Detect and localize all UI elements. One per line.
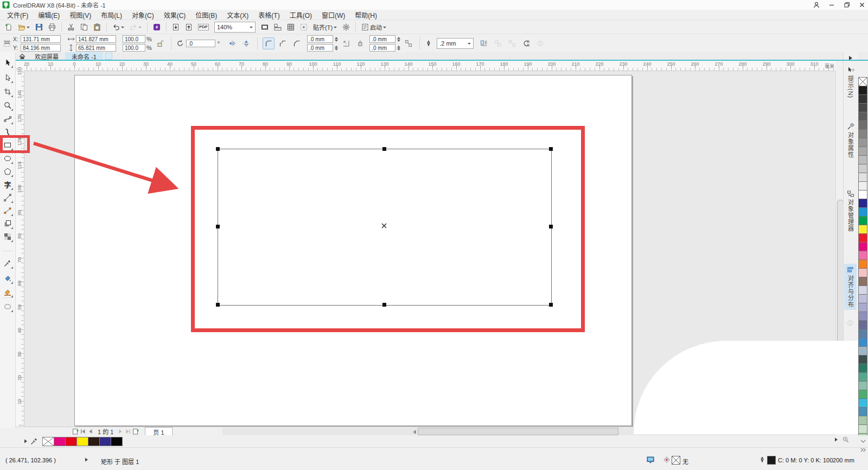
show-rulers-button[interactable] <box>272 21 284 33</box>
open-document-button[interactable] <box>16 21 32 33</box>
toolbox-ellipse-tool[interactable] <box>2 153 14 164</box>
relative-corner-button[interactable] <box>340 37 352 49</box>
docpalette-color-swatch[interactable] <box>88 437 100 446</box>
palette-color-swatch[interactable] <box>858 216 867 225</box>
toolbox-polygon-tool[interactable] <box>2 166 14 177</box>
toolbox-drop-shadow-tool[interactable] <box>2 218 14 230</box>
palette-color-swatch[interactable] <box>858 329 867 338</box>
toolbox-transparency-tool[interactable] <box>2 231 14 243</box>
flyout-right-icon[interactable] <box>22 437 29 445</box>
tab-welcome-screen[interactable]: 欢迎屏幕 <box>28 52 65 60</box>
import-button[interactable] <box>170 21 182 33</box>
fillet-scallop-chamfer-button[interactable] <box>403 37 414 49</box>
monitor-icon[interactable] <box>647 456 654 465</box>
horizontal-ruler[interactable]: 毫米 2010010203040506070809010011012013014… <box>15 61 835 71</box>
palette-color-swatch[interactable] <box>858 181 867 190</box>
palette-color-swatch[interactable] <box>858 398 867 408</box>
palette-color-swatch[interactable] <box>858 424 867 434</box>
menu-f[interactable]: 文件(F) <box>2 10 33 20</box>
palette-color-swatch[interactable] <box>858 242 867 251</box>
snap-to-button[interactable]: 贴齐(T) <box>311 21 339 34</box>
palette-color-swatch[interactable] <box>858 294 867 303</box>
user-account-icon[interactable] <box>813 1 820 9</box>
snap-options-button[interactable] <box>298 21 310 33</box>
page-1-tab[interactable]: 页 1 <box>145 427 172 436</box>
docpalette-color-swatch[interactable] <box>111 437 123 446</box>
horizontal-scrollbar-thumb[interactable] <box>418 428 618 435</box>
print-button[interactable] <box>46 21 58 33</box>
export-button[interactable] <box>183 21 195 33</box>
lock-ratio-button[interactable] <box>154 37 166 49</box>
docpalette-color-swatch[interactable] <box>54 437 66 446</box>
menu-l[interactable]: 布局(L) <box>96 10 127 20</box>
palette-color-swatch[interactable] <box>858 138 867 147</box>
x-position-field[interactable]: 131.71 mm <box>21 35 61 43</box>
toolbox-parallel-dimension-tool[interactable] <box>2 192 14 204</box>
docker-tab-3[interactable]: 对象管理器 <box>844 188 857 234</box>
menu-o[interactable]: 工具(O) <box>285 10 317 20</box>
close-icon[interactable] <box>858 1 866 9</box>
docpalette-color-swatch[interactable] <box>99 437 111 446</box>
scalloped-corner-button[interactable] <box>277 37 289 49</box>
eyedropper-small-icon[interactable] <box>30 437 38 445</box>
toolbox-crop-tool[interactable] <box>2 86 14 98</box>
docker-tab-2[interactable]: 对象属性 <box>844 120 857 160</box>
palette-color-swatch[interactable] <box>858 129 867 138</box>
menu-c[interactable]: 效果(C) <box>159 10 191 20</box>
palette-color-swatch[interactable] <box>858 86 867 95</box>
new-document-tab-icon[interactable] <box>105 53 112 60</box>
rotation-angle-field[interactable]: .0 <box>186 40 215 47</box>
save-document-button[interactable] <box>33 21 45 33</box>
menu-t[interactable]: 表格(T) <box>253 10 284 20</box>
previous-page-button[interactable] <box>87 428 94 435</box>
zoom-level-select[interactable]: 140% <box>214 22 256 33</box>
corner-radius-br-field[interactable]: .0 mm <box>369 44 395 52</box>
palette-color-swatch[interactable] <box>858 155 867 164</box>
vertical-ruler[interactable]: 150140130120110100908070605040302010 <box>15 71 24 427</box>
tab-untitled-1[interactable]: 未命名 -1 <box>65 52 103 60</box>
palette-color-swatch[interactable] <box>858 303 867 312</box>
docpalette-color-swatch[interactable] <box>76 437 88 446</box>
welcome-home-button[interactable] <box>16 52 28 60</box>
toolbox-connector-tool[interactable] <box>2 205 14 217</box>
palette-color-swatch[interactable] <box>858 312 867 321</box>
mirror-vertical-button[interactable] <box>240 37 252 49</box>
corner-radius-tl-field[interactable]: .0 mm <box>307 35 333 43</box>
palette-color-swatch[interactable] <box>858 225 867 234</box>
search-content-button[interactable] <box>151 21 163 33</box>
palette-color-swatch[interactable] <box>858 416 867 425</box>
object-width-field[interactable]: 141.827 mm <box>76 35 116 43</box>
corner-radius-bl-field[interactable]: .0 mm <box>307 44 333 52</box>
toolbox-interactive-fill-tool[interactable] <box>2 272 14 284</box>
palette-color-swatch[interactable] <box>858 199 867 208</box>
palette-color-swatch[interactable] <box>858 268 867 277</box>
palette-color-swatch[interactable] <box>858 285 867 295</box>
toolbox-text-tool[interactable]: 字 <box>2 179 14 190</box>
toolbox-shape-tool[interactable] <box>2 72 14 84</box>
group-objects-button[interactable] <box>492 37 504 49</box>
publish-pdf-button[interactable]: PDF <box>196 22 211 33</box>
palette-color-swatch[interactable] <box>858 190 867 199</box>
docker-tab-4[interactable]: 对齐与分布 <box>844 264 857 310</box>
edit-corners-together-button[interactable] <box>354 37 366 49</box>
palette-color-swatch[interactable] <box>858 173 867 182</box>
toolbox-pick-tool[interactable] <box>2 56 14 68</box>
toolbox-outline-pen-tool[interactable] <box>2 301 14 313</box>
outline-width-select[interactable]: .2 mm <box>437 38 474 49</box>
toolbox-smart-fill-tool[interactable] <box>2 286 14 298</box>
palette-color-swatch[interactable] <box>858 251 867 260</box>
mirror-horizontal-button[interactable] <box>226 37 238 49</box>
new-document-button[interactable] <box>3 21 15 33</box>
palette-scroll-down-icon[interactable] <box>859 437 867 446</box>
palette-color-swatch[interactable] <box>858 277 867 286</box>
menu-h[interactable]: 帮助(H) <box>350 10 382 20</box>
palette-no-color-swatch[interactable] <box>858 77 867 86</box>
docpalette-color-swatch[interactable] <box>65 437 77 446</box>
palette-color-swatch[interactable] <box>858 103 867 112</box>
palette-color-swatch[interactable] <box>858 120 867 130</box>
palette-color-swatch[interactable] <box>858 147 867 156</box>
palette-color-swatch[interactable] <box>858 259 867 269</box>
menu-b[interactable]: 位图(B) <box>190 10 222 20</box>
corner-radius-tr-field[interactable]: .0 mm <box>369 35 395 43</box>
palette-color-swatch[interactable] <box>858 407 867 416</box>
